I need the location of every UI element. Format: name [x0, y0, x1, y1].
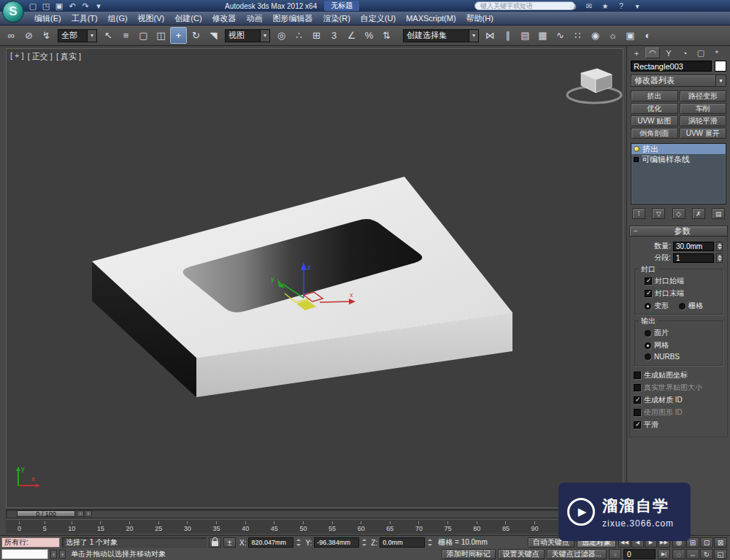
- selection-filter-dropdown[interactable]: 全部: [58, 29, 97, 42]
- pin-stack-icon[interactable]: ⊺: [632, 208, 645, 219]
- spinner-snap-icon[interactable]: ⇅: [378, 27, 395, 44]
- zoom-extents-icon[interactable]: ⊡: [700, 537, 713, 548]
- modifier-set-button[interactable]: UVW 展开: [680, 128, 727, 139]
- viewport[interactable]: [ + ] [ 正交 ] [ 真实 ]: [6, 48, 623, 508]
- scene-object[interactable]: [92, 177, 512, 397]
- quick-access-dropdown-icon[interactable]: ▾: [93, 1, 104, 11]
- tab-utilities[interactable]: *: [710, 47, 724, 58]
- key-mode-toggle-button[interactable]: ○: [609, 549, 621, 559]
- fov-icon[interactable]: ◌: [672, 549, 685, 559]
- tab-display[interactable]: ▢: [694, 47, 708, 58]
- menu-modifiers[interactable]: 修改器: [207, 12, 242, 25]
- rectangular-selection-region-icon[interactable]: ▢: [135, 27, 152, 44]
- absolute-offset-toggle[interactable]: ±: [223, 537, 236, 548]
- y-coordinate-field[interactable]: -96.384mm: [314, 537, 359, 548]
- tab-motion[interactable]: ◔: [677, 47, 692, 58]
- tab-create[interactable]: +: [629, 47, 644, 58]
- next-frame-step-button[interactable]: ›: [85, 510, 92, 517]
- select-and-link-icon[interactable]: ∞: [3, 27, 20, 44]
- view-cube[interactable]: [567, 69, 621, 103]
- menu-animation[interactable]: 动画: [242, 12, 268, 25]
- menu-customize[interactable]: 自定义(U): [356, 12, 401, 25]
- amount-field[interactable]: 30.0mm: [673, 242, 714, 251]
- object-color-swatch[interactable]: [715, 61, 726, 72]
- z-coordinate-field[interactable]: 0.0mm: [380, 537, 425, 548]
- render-production-icon[interactable]: ◐: [639, 27, 656, 44]
- real-world-map-size-checkbox[interactable]: 真实世界贴图大小: [634, 383, 726, 393]
- segments-field[interactable]: 1: [673, 253, 714, 263]
- modifier-set-button[interactable]: 挤出: [631, 91, 678, 101]
- select-object-icon[interactable]: ↖: [100, 27, 117, 44]
- previous-frame-step-button[interactable]: ‹: [77, 510, 84, 517]
- next-frame-button[interactable]: ▶|: [658, 549, 670, 559]
- modifier-set-button[interactable]: 优化: [631, 103, 678, 114]
- schematic-view-icon[interactable]: ∷: [569, 27, 586, 44]
- stack-item-extrude[interactable]: 挤出: [631, 144, 726, 154]
- smooth-checkbox[interactable]: 平滑: [634, 420, 726, 430]
- menu-help[interactable]: 帮助(H): [461, 12, 499, 25]
- window-crossing-icon[interactable]: ◫: [153, 27, 169, 44]
- search-icon[interactable]: ◎: [568, 2, 578, 10]
- configure-modifier-sets-icon[interactable]: ▤: [712, 208, 725, 219]
- listener-scroll-right-icon[interactable]: ›: [59, 550, 66, 559]
- bind-to-space-warp-icon[interactable]: ↯: [38, 27, 55, 44]
- material-editor-icon[interactable]: ◉: [587, 27, 604, 44]
- modifier-set-button[interactable]: 倒角剖面: [631, 128, 678, 139]
- menu-edit[interactable]: 编辑(E): [29, 12, 66, 25]
- generate-material-ids-checkbox[interactable]: 生成材质 ID: [634, 395, 726, 405]
- tab-modify[interactable]: ◠: [645, 47, 660, 58]
- viewport-menu-general[interactable]: [ + ]: [10, 51, 24, 62]
- maximize-viewport-toggle-icon[interactable]: ◱: [714, 549, 727, 559]
- infocenter-dropdown-icon[interactable]: ▾: [632, 2, 642, 10]
- infocenter-search-input[interactable]: [474, 1, 575, 10]
- select-and-scale-icon[interactable]: ◥: [205, 27, 222, 44]
- select-and-manipulate-icon[interactable]: ∴: [291, 27, 307, 44]
- listener-scroll-left-icon[interactable]: ‹: [50, 550, 57, 559]
- maxscript-mini-listener[interactable]: [1, 549, 48, 559]
- stack-item-editable-spline[interactable]: 可编辑样条线: [631, 154, 726, 164]
- keyboard-override-icon[interactable]: ⊞: [308, 27, 325, 44]
- y-spinner[interactable]: [361, 537, 367, 548]
- unlink-selection-icon[interactable]: ⊘: [20, 27, 37, 44]
- rendered-frame-icon[interactable]: ▣: [622, 27, 639, 44]
- modifier-set-button[interactable]: 涡轮平滑: [680, 115, 727, 126]
- remove-modifier-icon[interactable]: ✗: [692, 208, 705, 219]
- nurbs-radio[interactable]: NURBS: [645, 353, 720, 361]
- reference-coordinate-dropdown[interactable]: 视图: [225, 29, 270, 42]
- menu-graph-editors[interactable]: 图形编辑器: [268, 12, 318, 25]
- modifier-stack[interactable]: 挤出 可编辑样条线: [631, 143, 726, 204]
- tab-hierarchy[interactable]: Y: [661, 47, 676, 58]
- time-slider-handle[interactable]: 0 / 100: [17, 510, 75, 517]
- orbit-icon[interactable]: ↻: [700, 549, 713, 559]
- undo-icon[interactable]: ↶: [67, 1, 77, 11]
- object-name-field[interactable]: Rectangle003: [631, 61, 712, 72]
- track-bar[interactable]: 0510152025303540455055606570758085909510…: [6, 519, 607, 534]
- menu-maxscript[interactable]: MAXScript(M): [401, 12, 461, 25]
- favorites-star-icon[interactable]: ★: [600, 2, 610, 10]
- help-icon[interactable]: ?: [616, 2, 626, 10]
- morph-radio[interactable]: 变形: [645, 301, 669, 311]
- x-spinner[interactable]: [296, 537, 301, 548]
- curve-editor-icon[interactable]: ∿: [552, 27, 569, 44]
- select-by-name-icon[interactable]: ≡: [118, 27, 134, 44]
- segments-spinner[interactable]: [716, 253, 723, 263]
- menu-tools[interactable]: 工具(T): [66, 12, 103, 25]
- graphite-ribbon-icon[interactable]: ▦: [534, 27, 551, 44]
- cap-end-checkbox[interactable]: 封口末端: [645, 288, 720, 299]
- pan-icon[interactable]: ⇔: [686, 549, 699, 559]
- grid-radio[interactable]: 栅格: [679, 301, 703, 311]
- zoom-region-icon[interactable]: ⊠: [714, 537, 727, 548]
- save-file-icon[interactable]: ▣: [54, 1, 64, 11]
- select-and-move-icon[interactable]: +: [170, 27, 187, 44]
- make-unique-icon[interactable]: ◇: [672, 208, 685, 219]
- cap-start-checkbox[interactable]: 封口始端: [645, 276, 720, 286]
- current-frame-field[interactable]: 0: [623, 549, 656, 559]
- maxscript-macro-recorder[interactable]: 所有行:: [1, 537, 60, 548]
- angle-snap-icon[interactable]: ∠: [343, 27, 360, 44]
- patch-radio[interactable]: 面片: [645, 328, 720, 338]
- use-pivot-center-icon[interactable]: ◎: [273, 27, 290, 44]
- menu-views[interactable]: 视图(V): [133, 12, 170, 25]
- z-spinner[interactable]: [427, 537, 433, 548]
- set-key-button[interactable]: 设置关键点: [498, 549, 545, 559]
- open-file-icon[interactable]: ◳: [41, 1, 51, 11]
